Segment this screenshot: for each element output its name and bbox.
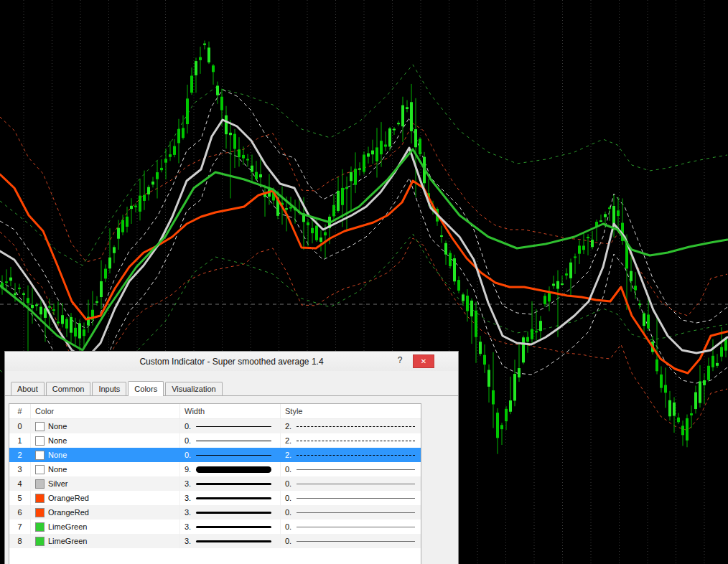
- color-swatch[interactable]: [35, 436, 45, 446]
- width-cell: 3.: [180, 534, 281, 548]
- width-cell: 0.: [180, 448, 281, 462]
- width-cell: 3.: [180, 520, 281, 534]
- color-swatch[interactable]: [35, 522, 45, 532]
- style-cell: 2.: [281, 448, 421, 462]
- width-sample: [196, 483, 271, 485]
- color-name: OrangeRed: [48, 494, 89, 502]
- width-cell: 0.: [180, 419, 281, 433]
- width-value: 3.: [185, 522, 195, 531]
- help-button[interactable]: ?: [393, 355, 406, 365]
- width-sample: [196, 526, 271, 528]
- row-index: 5: [9, 491, 31, 505]
- color-row-7[interactable]: 7LimeGreen3.0.: [9, 520, 421, 534]
- style-cell: 0.: [281, 520, 421, 534]
- row-index: 1: [9, 433, 31, 448]
- color-row-2[interactable]: 2None0.2.: [9, 448, 421, 462]
- color-row-3[interactable]: 3None9.0.: [9, 462, 421, 476]
- column-header-width: Width: [180, 404, 281, 418]
- style-value: 2.: [285, 422, 295, 431]
- color-row-5[interactable]: 5OrangeRed3.0.: [9, 491, 421, 505]
- style-cell: 2.: [281, 419, 421, 433]
- colors-table: #ColorWidthStyle 0None0.2.1None0.2.2None…: [9, 403, 421, 564]
- width-value: 3.: [185, 508, 195, 517]
- style-sample: [297, 484, 415, 484]
- width-cell: 3.: [180, 491, 281, 505]
- color-swatch[interactable]: [35, 479, 45, 489]
- color-name: None: [48, 465, 67, 474]
- tab-colors[interactable]: Colors: [128, 381, 164, 396]
- color-swatch[interactable]: [35, 465, 45, 474]
- style-cell: 2.: [281, 433, 421, 448]
- width-value: 0.: [185, 436, 195, 445]
- color-cell: None: [31, 448, 180, 462]
- style-cell: 0.: [281, 491, 421, 505]
- width-cell: 9.: [180, 462, 281, 476]
- style-value: 0.: [285, 537, 295, 545]
- dialog-title: Custom Indicator - Super smoothed averag…: [139, 357, 323, 367]
- style-sample: [297, 469, 415, 470]
- color-name: None: [48, 436, 67, 445]
- width-sample: [196, 466, 271, 473]
- color-row-4[interactable]: 4Silver3.0.: [9, 476, 421, 491]
- column-header-index: #: [9, 404, 31, 418]
- tab-common[interactable]: Common: [46, 382, 91, 395]
- indicator-dialog: Custom Indicator - Super smoothed averag…: [4, 351, 459, 564]
- row-index: 3: [9, 462, 31, 476]
- color-row-1[interactable]: 1None0.2.: [9, 433, 421, 448]
- tab-inputs[interactable]: Inputs: [92, 382, 126, 395]
- width-sample: [196, 441, 271, 441]
- row-index: 2: [9, 448, 31, 462]
- color-swatch[interactable]: [35, 422, 45, 431]
- table-body: 0None0.2.1None0.2.2None0.2.3None9.0.4Sil…: [9, 419, 421, 548]
- color-swatch[interactable]: [35, 537, 45, 546]
- column-header-color: Color: [31, 404, 180, 418]
- dialog-titlebar[interactable]: Custom Indicator - Super smoothed averag…: [5, 352, 458, 371]
- style-cell: 0.: [281, 534, 421, 548]
- color-cell: None: [31, 433, 180, 448]
- width-value: 3.: [185, 494, 195, 502]
- color-cell: OrangeRed: [31, 505, 180, 520]
- color-swatch[interactable]: [35, 508, 45, 517]
- row-index: 8: [9, 534, 31, 548]
- color-cell: None: [31, 419, 180, 433]
- close-button[interactable]: ✕: [413, 354, 434, 368]
- style-sample: [297, 541, 415, 542]
- color-swatch[interactable]: [35, 494, 45, 503]
- screen: Custom Indicator - Super smoothed averag…: [0, 0, 728, 564]
- width-cell: 0.: [180, 433, 281, 448]
- color-row-0[interactable]: 0None0.2.: [9, 419, 421, 433]
- row-index: 4: [9, 476, 31, 491]
- color-name: OrangeRed: [48, 508, 89, 517]
- style-sample: [297, 455, 415, 456]
- width-sample: [196, 540, 271, 542]
- style-value: 0.: [285, 522, 295, 531]
- width-sample: [196, 455, 271, 456]
- color-name: LimeGreen: [48, 537, 87, 545]
- style-value: 0.: [285, 494, 295, 502]
- style-value: 2.: [285, 436, 295, 445]
- color-row-8[interactable]: 8LimeGreen3.0.: [9, 534, 421, 548]
- width-value: 0.: [185, 422, 195, 431]
- tab-visualization[interactable]: Visualization: [165, 382, 223, 395]
- width-sample: [196, 426, 271, 427]
- style-sample: [297, 512, 415, 513]
- style-value: 0.: [285, 479, 295, 488]
- close-icon: ✕: [421, 357, 426, 365]
- color-name: LimeGreen: [48, 522, 87, 531]
- tab-about[interactable]: About: [11, 382, 45, 395]
- row-index: 6: [9, 505, 31, 520]
- row-index: 0: [9, 419, 31, 433]
- style-sample: [297, 426, 415, 427]
- style-cell: 0.: [281, 476, 421, 491]
- color-cell: Silver: [31, 476, 180, 491]
- row-index: 7: [9, 520, 31, 534]
- color-cell: LimeGreen: [31, 520, 180, 534]
- style-value: 0.: [285, 508, 295, 517]
- style-value: 2.: [285, 451, 295, 459]
- style-cell: 0.: [281, 505, 421, 520]
- color-cell: OrangeRed: [31, 491, 180, 505]
- color-swatch[interactable]: [35, 451, 45, 460]
- style-sample: [297, 441, 415, 441]
- width-sample: [196, 497, 271, 499]
- color-row-6[interactable]: 6OrangeRed3.0.: [9, 505, 421, 520]
